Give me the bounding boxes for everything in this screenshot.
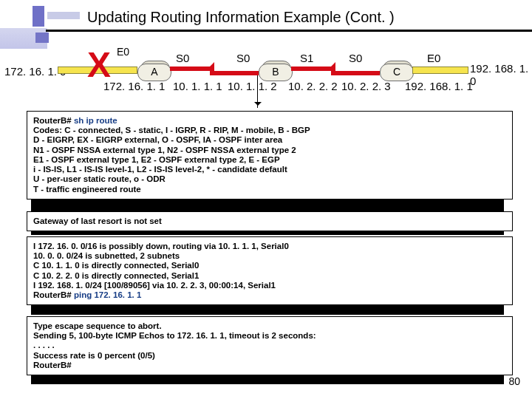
route-line: 10. 0. 0. 0/24 is subnetted, 2 subnets [33,251,180,260]
route-line: C 10. 1. 1. 0 is directly connected, Ser… [33,261,199,270]
serial-link-ab [170,62,259,75]
ping-line: Type escape sequence to abort. [33,321,162,330]
gateway-line: Gateway of last resort is not set [33,216,162,225]
codes-line: T - traffic engineered route [33,185,141,194]
router-c: C [380,64,414,81]
route-line: I 192. 168. 1. 0/24 [100/89056] via 10. … [33,281,276,290]
svg-marker-0 [170,62,259,75]
prompt: RouterB# [33,361,72,369]
ethernet-segment-right [412,66,468,74]
command-sh-ip-route: sh ip route [72,116,117,125]
addr-b-s1: 10. 2. 2. 2 [288,80,338,92]
title-underline [46,30,532,32]
cli-output-routes: I 172. 16. 0. 0/16 is possibly down, rou… [27,236,513,305]
cli-output-ping: Type escape sequence to abort. Sending 5… [27,316,513,375]
prompt: RouterB# [33,116,72,125]
codes-line: U - per-user static route, o - ODR [33,174,166,183]
route-line: I 172. 16. 0. 0/16 is possibly down, rou… [33,242,289,250]
command-ping: ping 172. 16. 1. 1 [72,290,142,299]
network-left: 172. 16. 1. 0 [4,65,66,78]
addr-c-e0: 192. 168. 1. 1 [405,80,473,92]
codes-line: D - EIGRP, EX - EIGRP external, O - OSPF… [33,135,282,144]
link-down-x-icon: X [87,44,111,85]
ping-line: . . . . . [33,341,55,349]
codes-line: N1 - OSPF NSSA external type 1, N2 - OSP… [33,146,296,154]
addr-b-s0: 10. 1. 1. 2 [228,80,277,92]
network-diagram: E0 S0 S0 S1 S0 E0 172. 16. 1. 0 X A B C … [0,46,532,103]
router-b: B [259,64,293,81]
addr-a-s0: 10. 1. 1. 1 [173,80,222,92]
title-ornament [27,6,80,27]
ping-line: Sending 5, 100-byte ICMP Echos to 172. 1… [33,331,316,340]
page-number: 80 [508,375,520,387]
addr-c-s0: 10. 2. 2. 3 [341,80,391,92]
ping-line: Success rate is 0 percent (0/5) [33,351,155,360]
arrow-to-output-icon [257,75,258,108]
serial-link-bc [291,62,380,75]
svg-marker-1 [291,62,380,75]
prompt: RouterB# [33,290,72,299]
label-e0-right: E0 [427,52,440,64]
codes-line: Codes: C - connected, S - static, I - IG… [33,126,310,134]
page-title: Updating Routing Information Example (Co… [87,9,395,26]
network-right: 192. 168. 1. 0 [470,62,532,87]
codes-line: i - IS-IS, L1 - IS-IS level-1, L2 - IS-I… [33,165,287,174]
cli-output-codes: RouterB# sh ip route Codes: C - connecte… [27,111,513,200]
route-line: C 10. 2. 2. 0 is directly connected, Ser… [33,271,199,280]
router-a: A [137,64,171,81]
cli-output-gateway: Gateway of last resort is not set [27,211,513,231]
label-e0-left: E0 [117,46,129,58]
addr-a-e0: 172. 16. 1. 1 [103,80,165,92]
codes-line: E1 - OSPF external type 1, E2 - OSPF ext… [33,155,280,164]
